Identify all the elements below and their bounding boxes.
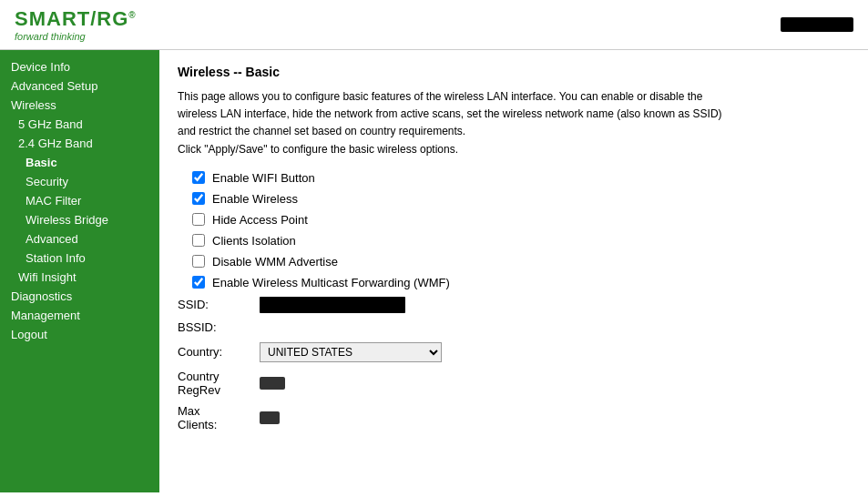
enable-wireless-label: Enable Wireless — [212, 192, 298, 206]
ssid-row: SSID: — [178, 297, 850, 313]
page-description: This page allows you to configure basic … — [178, 88, 850, 158]
hide-access-point-checkbox[interactable] — [192, 213, 205, 226]
clients-isolation-label: Clients Isolation — [212, 234, 296, 248]
checkbox-row-enable-wifi-button: Enable WIFI Button — [178, 171, 850, 185]
logo-tagline: forward thinking — [15, 31, 137, 42]
logo-reg: ® — [128, 10, 136, 20]
sidebar-item-logout[interactable]: Logout — [0, 325, 159, 344]
enable-wifi-button-label: Enable WIFI Button — [212, 171, 315, 185]
sidebar-item-5ghz-band[interactable]: 5 GHz Band — [0, 115, 159, 134]
sidebar: Device InfoAdvanced SetupWireless5 GHz B… — [0, 50, 159, 492]
country-row: Country: UNITED STATESCANADAOTHER — [178, 342, 850, 362]
max-clients-text: MaxClients: — [178, 404, 217, 431]
max-clients-row: MaxClients: — [178, 404, 850, 431]
enable-wireless-checkbox[interactable] — [192, 192, 205, 205]
desc-line1: This page allows you to configure basic … — [178, 90, 702, 103]
logo-brand: SMART/RG — [15, 7, 128, 30]
enable-wifi-button-checkbox[interactable] — [192, 171, 205, 184]
clients-isolation-checkbox[interactable] — [192, 234, 205, 247]
header-ip — [781, 17, 853, 32]
sidebar-item-advanced[interactable]: Advanced — [0, 229, 159, 248]
country-regrev-text: CountryRegRev — [178, 370, 220, 397]
hide-access-point-label: Hide Access Point — [212, 213, 308, 227]
sidebar-item-management[interactable]: Management — [0, 306, 159, 325]
checkbox-row-hide-access-point: Hide Access Point — [178, 213, 850, 227]
enable-wmf-checkbox[interactable] — [192, 276, 205, 289]
bssid-value — [260, 320, 369, 335]
desc-line2: wireless LAN interface, hide the network… — [178, 107, 722, 120]
country-regrev-label: CountryRegRev — [178, 370, 260, 397]
page-title: Wireless -- Basic — [178, 65, 850, 79]
desc-line3: and restrict the channel set based on co… — [178, 125, 465, 137]
disable-wmm-advertise-label: Disable WMM Advertise — [212, 255, 338, 269]
enable-wmf-label: Enable Wireless Multicast Forwarding (WM… — [212, 276, 450, 289]
checkbox-row-clients-isolation: Clients Isolation — [178, 234, 850, 248]
sidebar-item-wireless-bridge[interactable]: Wireless Bridge — [0, 210, 159, 229]
sidebar-item-wireless[interactable]: Wireless — [0, 96, 159, 115]
main-content: Wireless -- Basic This page allows you t… — [159, 50, 868, 492]
sidebar-item-wifi-insight[interactable]: Wifi Insight — [0, 268, 159, 287]
ssid-label: SSID: — [178, 298, 260, 311]
sidebar-item-24ghz-band[interactable]: 2.4 GHz Band — [0, 134, 159, 153]
checkbox-row-enable-wmf: Enable Wireless Multicast Forwarding (WM… — [178, 276, 850, 289]
sidebar-item-device-info[interactable]: Device Info — [0, 57, 159, 76]
logo-container: SMART/RG® forward thinking — [15, 7, 137, 42]
country-label: Country: — [178, 345, 260, 359]
ssid-value-redacted — [260, 297, 405, 313]
header: SMART/RG® forward thinking — [0, 0, 868, 50]
checkbox-row-disable-wmm-advertise: Disable WMM Advertise — [178, 255, 850, 269]
desc-line4: Click "Apply/Save" to configure the basi… — [178, 143, 458, 156]
bssid-row: BSSID: — [178, 320, 850, 335]
sidebar-item-security[interactable]: Security — [0, 172, 159, 191]
bssid-label: BSSID: — [178, 320, 260, 334]
checkbox-row-enable-wireless: Enable Wireless — [178, 192, 850, 206]
max-clients-label: MaxClients: — [178, 404, 260, 431]
country-select[interactable]: UNITED STATESCANADAOTHER — [260, 342, 442, 362]
country-regrev-value[interactable] — [260, 377, 285, 390]
max-clients-value[interactable] — [260, 411, 280, 424]
logo-text: SMART/RG® — [15, 7, 137, 31]
sidebar-item-basic[interactable]: Basic — [0, 153, 159, 172]
sidebar-item-station-info[interactable]: Station Info — [0, 248, 159, 268]
checkboxes-container: Enable WIFI ButtonEnable WirelessHide Ac… — [178, 171, 850, 289]
disable-wmm-advertise-checkbox[interactable] — [192, 255, 205, 268]
country-regrev-row: CountryRegRev — [178, 370, 850, 397]
sidebar-item-diagnostics[interactable]: Diagnostics — [0, 287, 159, 306]
sidebar-item-mac-filter[interactable]: MAC Filter — [0, 191, 159, 210]
layout: Device InfoAdvanced SetupWireless5 GHz B… — [0, 50, 868, 492]
sidebar-item-advanced-setup[interactable]: Advanced Setup — [0, 76, 159, 96]
